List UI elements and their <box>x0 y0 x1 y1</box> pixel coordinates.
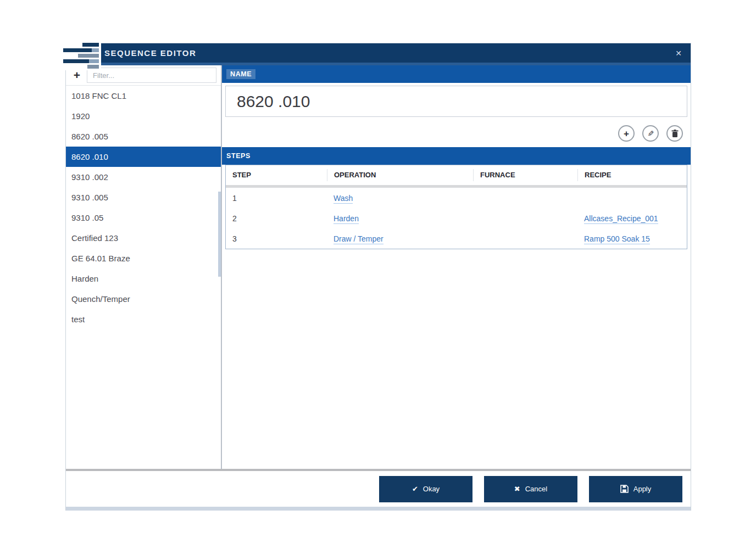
save-icon <box>620 485 629 493</box>
sequence-list-item[interactable]: Harden <box>66 268 221 289</box>
okay-button[interactable]: ✔ Okay <box>379 476 472 502</box>
steps-toolbar: + ✎ <box>222 120 691 147</box>
column-header-recipe: RECIPE <box>577 169 687 181</box>
sequence-list-panel: + 1018 FNC CL119208620 .0058620 .0109310… <box>66 65 222 469</box>
window-title: SEQUENCE EDITOR <box>104 48 196 58</box>
sequence-list: 1018 FNC CL119208620 .0058620 .0109310 .… <box>66 86 221 329</box>
name-section-label: NAME <box>226 69 255 79</box>
sequence-list-item[interactable]: 1920 <box>66 106 221 126</box>
close-icon[interactable]: ✕ <box>675 48 682 58</box>
apply-button[interactable]: Apply <box>589 476 682 502</box>
sequence-list-item[interactable]: 9310 .002 <box>66 167 221 187</box>
trash-icon <box>671 130 679 137</box>
check-icon: ✔ <box>412 485 418 492</box>
recipe-link[interactable]: Allcases_Recipe_001 <box>584 214 658 224</box>
title-bar: SEQUENCE EDITOR ✕ <box>66 43 691 65</box>
steps-table-header: STEPOPERATIONFURNACERECIPE <box>226 165 687 185</box>
sequence-list-item[interactable]: test <box>66 309 221 329</box>
apply-button-label: Apply <box>633 485 652 493</box>
sequence-list-item[interactable]: Quench/Temper <box>66 289 221 309</box>
sequence-list-item[interactable]: Certified 123 <box>66 228 221 248</box>
pencil-icon: ✎ <box>647 130 654 137</box>
sequence-list-item[interactable]: 8620 .005 <box>66 126 221 147</box>
steps-section-header: STEPS <box>222 147 691 165</box>
operation-link[interactable]: Wash <box>333 194 353 204</box>
app-logo-icon <box>61 41 101 70</box>
sequence-list-item[interactable]: 9310 .005 <box>66 187 221 208</box>
column-header-operation: OPERATION <box>327 169 473 181</box>
steps-table: STEPOPERATIONFURNACERECIPE 1Wash2HardenA… <box>225 165 687 249</box>
sequence-list-item[interactable]: GE 64.01 Braze <box>66 248 221 268</box>
step-number-cell: 1 <box>232 194 237 203</box>
sequence-list-item[interactable]: 8620 .010 <box>66 147 221 167</box>
step-number-cell: 3 <box>232 234 237 243</box>
editor-panel: NAME + ✎ STEPS <box>222 65 691 469</box>
sequence-list-item[interactable]: 1018 FNC CL1 <box>66 86 221 106</box>
filter-input[interactable] <box>87 68 216 83</box>
steps-section-label: STEPS <box>226 152 251 160</box>
step-number-cell: 2 <box>232 214 237 223</box>
sequence-name-input[interactable] <box>225 86 687 117</box>
scrollbar-thumb[interactable] <box>218 192 221 277</box>
x-icon: ✖ <box>514 485 520 492</box>
add-step-button[interactable]: + <box>618 125 635 142</box>
recipe-link[interactable]: Ramp 500 Soak 15 <box>584 234 650 244</box>
window-bottom-strip <box>66 507 691 511</box>
operation-link[interactable]: Draw / Temper <box>333 234 383 244</box>
footer: ✔ Okay ✖ Cancel Apply <box>66 471 691 507</box>
okay-button-label: Okay <box>423 485 440 493</box>
column-header-furnace: FURNACE <box>473 169 577 181</box>
edit-step-button[interactable]: ✎ <box>642 125 659 142</box>
table-row: 2HardenAllcases_Recipe_001 <box>226 208 687 228</box>
delete-step-button[interactable] <box>666 125 683 142</box>
table-row: 1Wash <box>226 188 687 208</box>
cancel-button-label: Cancel <box>525 485 547 493</box>
steps-table-body: 1Wash2HardenAllcases_Recipe_0013Draw / T… <box>226 188 687 249</box>
table-row: 3Draw / TemperRamp 500 Soak 15 <box>226 228 687 249</box>
name-section-header: NAME <box>222 65 691 83</box>
operation-link[interactable]: Harden <box>333 214 359 224</box>
plus-icon: + <box>624 129 629 138</box>
cancel-button[interactable]: ✖ Cancel <box>484 476 577 502</box>
sequence-list-item[interactable]: 9310 .05 <box>66 208 221 228</box>
column-header-step: STEP <box>226 169 327 181</box>
sequence-editor-window: SEQUENCE EDITOR ✕ + 1018 FNC CL119208620… <box>65 43 691 511</box>
